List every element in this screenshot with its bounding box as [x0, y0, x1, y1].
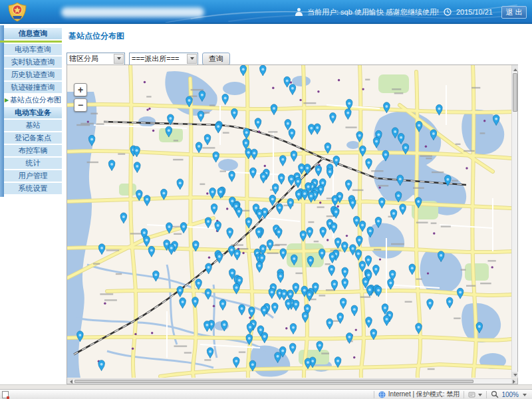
- map-pin[interactable]: [261, 332, 268, 343]
- map-pin[interactable]: [330, 113, 336, 124]
- map-pin[interactable]: [222, 94, 229, 104]
- map-pin[interactable]: [239, 305, 245, 315]
- map-pin[interactable]: [427, 299, 434, 310]
- sidebar-item-5[interactable]: ▶基站点位分布图: [4, 94, 62, 106]
- map-pin[interactable]: [153, 271, 160, 281]
- tab-base-station-map[interactable]: 基站点位分布图: [68, 31, 124, 42]
- sidebar-item-7[interactable]: 基站: [4, 120, 62, 131]
- chevron-down-icon[interactable]: [187, 54, 197, 64]
- map-pin[interactable]: [300, 231, 307, 241]
- map-pin[interactable]: [288, 175, 295, 186]
- map-pin[interactable]: [205, 263, 212, 274]
- map-pin[interactable]: [276, 228, 283, 239]
- sidebar-item-6[interactable]: 电动车业务: [4, 107, 62, 118]
- map-pin[interactable]: [215, 221, 221, 232]
- map-pin[interactable]: [256, 209, 263, 220]
- sidebar-item-11[interactable]: 用户管理: [4, 170, 62, 182]
- map-pin[interactable]: [216, 253, 223, 263]
- map-pin[interactable]: [281, 290, 287, 301]
- sidebar-item-2[interactable]: 实时轨迹查询: [4, 57, 62, 68]
- map-pin[interactable]: [108, 160, 115, 171]
- map-pin[interactable]: [340, 298, 346, 309]
- map-pin[interactable]: [373, 265, 380, 276]
- map-pin[interactable]: [272, 184, 279, 194]
- map-pin[interactable]: [277, 272, 284, 283]
- map-pin[interactable]: [177, 287, 184, 297]
- map-pin[interactable]: [293, 300, 299, 311]
- map-pin[interactable]: [278, 174, 285, 184]
- compatibility-area[interactable]: [468, 391, 482, 398]
- map-pin[interactable]: [120, 213, 127, 223]
- logout-button[interactable]: 退 出: [501, 6, 527, 19]
- map-pin[interactable]: [289, 343, 296, 354]
- map-pin[interactable]: [307, 227, 313, 238]
- map-pin[interactable]: [280, 156, 287, 166]
- map-pin[interactable]: [213, 152, 219, 162]
- map-pin[interactable]: [269, 195, 276, 205]
- map-pin[interactable]: [366, 286, 373, 297]
- map-pin[interactable]: [207, 348, 213, 358]
- scroll-down-arrow[interactable]: [512, 372, 518, 378]
- map-pin[interactable]: [277, 203, 283, 214]
- map-pin[interactable]: [329, 265, 335, 276]
- map-pin[interactable]: [285, 120, 291, 130]
- map-pin[interactable]: [229, 246, 235, 257]
- map-pin[interactable]: [314, 124, 321, 134]
- map-pin[interactable]: [291, 151, 297, 162]
- map-pin[interactable]: [295, 178, 301, 188]
- map-pin[interactable]: [180, 223, 187, 233]
- map-pin[interactable]: [144, 196, 150, 206]
- map-pin[interactable]: [205, 289, 211, 299]
- map-pin[interactable]: [384, 315, 390, 326]
- sidebar-item-4[interactable]: 轨迹碰撞查询: [4, 82, 62, 93]
- map-pin[interactable]: [379, 198, 386, 208]
- map-pin[interactable]: [204, 134, 211, 145]
- map-pin[interactable]: [219, 300, 226, 311]
- map-pin[interactable]: [409, 264, 416, 275]
- map-pin[interactable]: [400, 204, 406, 215]
- map-pin[interactable]: [327, 319, 333, 329]
- map-pin[interactable]: [196, 279, 202, 290]
- sidebar-item-0[interactable]: 信息查询: [4, 28, 62, 39]
- sidebar-item-12[interactable]: 系统设置: [4, 183, 62, 194]
- map-pin[interactable]: [446, 297, 453, 308]
- map-pin[interactable]: [144, 236, 150, 247]
- map-pin[interactable]: [342, 267, 348, 278]
- scroll-left-arrow[interactable]: [67, 379, 73, 384]
- map-pin[interactable]: [227, 228, 233, 239]
- map-pin[interactable]: [327, 168, 333, 178]
- map-pin[interactable]: [366, 158, 372, 169]
- map-pin[interactable]: [388, 279, 394, 289]
- map-pin[interactable]: [284, 76, 291, 87]
- map-canvas[interactable]: [67, 65, 511, 378]
- map-pin[interactable]: [334, 238, 341, 249]
- map-pin[interactable]: [290, 323, 297, 334]
- vertical-scroll-thumb[interactable]: [513, 73, 517, 112]
- map-pin[interactable]: [366, 317, 372, 328]
- map-pin[interactable]: [267, 240, 273, 251]
- map-pin[interactable]: [337, 313, 344, 324]
- map-pin[interactable]: [234, 249, 241, 260]
- map-pin[interactable]: [231, 108, 238, 119]
- map-pin[interactable]: [168, 244, 175, 255]
- zoom-in-button[interactable]: +: [74, 83, 87, 96]
- sidebar-item-10[interactable]: 统计: [4, 158, 62, 169]
- map-pin[interactable]: [180, 298, 186, 309]
- map-pin[interactable]: [196, 142, 202, 153]
- map-pin[interactable]: [350, 199, 356, 209]
- map-pin[interactable]: [98, 360, 105, 371]
- map-pin[interactable]: [269, 288, 275, 299]
- map-pin[interactable]: [148, 246, 155, 257]
- map-pin[interactable]: [204, 321, 211, 332]
- map-pin[interactable]: [251, 149, 258, 160]
- map-pin[interactable]: [211, 203, 217, 214]
- sidebar-item-3[interactable]: 历史轨迹查询: [4, 69, 62, 80]
- map-pin[interactable]: [229, 171, 235, 182]
- map-pin[interactable]: [365, 256, 372, 267]
- chevron-down-icon[interactable]: [478, 394, 482, 398]
- map-pin[interactable]: [289, 129, 295, 140]
- map-pin[interactable]: [271, 104, 277, 115]
- map-pin[interactable]: [134, 162, 141, 173]
- map-pin[interactable]: [342, 279, 348, 289]
- map-pin[interactable]: [345, 180, 352, 191]
